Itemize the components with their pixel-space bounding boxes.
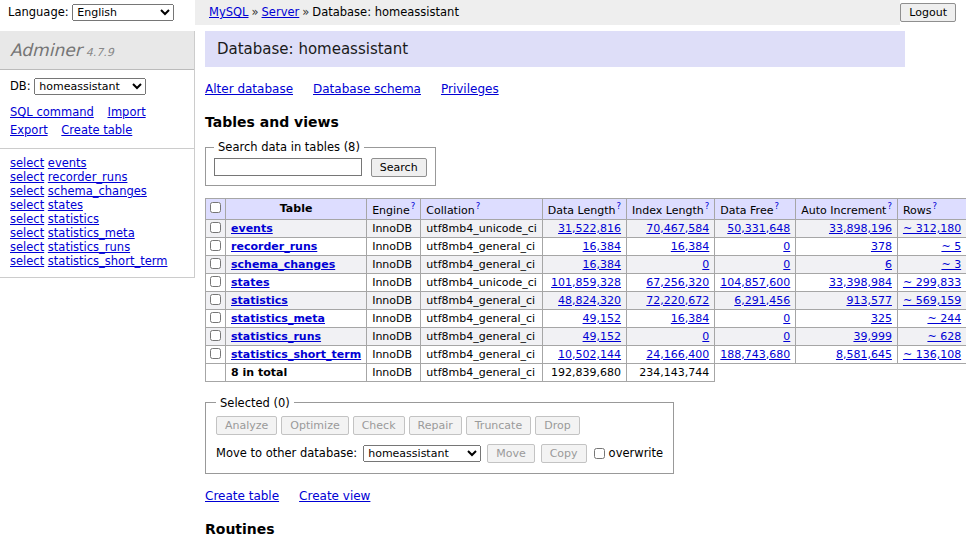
data-length-link[interactable]: 49,152	[583, 330, 622, 343]
sidebar-table-link-statistics-runs[interactable]: statistics_runs	[48, 240, 130, 254]
rows-link[interactable]: ~ 312,180	[903, 222, 961, 235]
help-link[interactable]: ?	[774, 201, 779, 211]
create-table-link[interactable]: Create table	[205, 489, 279, 503]
rows-link[interactable]: ~ 3	[941, 258, 961, 271]
row-checkbox[interactable]	[210, 330, 221, 341]
db-select[interactable]: homeassistant	[34, 78, 146, 95]
rows-link[interactable]: ~ 299,833	[903, 276, 961, 289]
row-checkbox[interactable]	[210, 276, 221, 287]
optimize-button[interactable]: Optimize	[281, 416, 348, 435]
index-length-link[interactable]: 67,256,320	[646, 276, 709, 289]
table-name-link-statistics-runs[interactable]: statistics_runs	[231, 330, 321, 343]
index-length-link[interactable]: 16,384	[671, 240, 710, 253]
data-free-link[interactable]: 6,291,456	[734, 294, 790, 307]
data-length-link[interactable]: 16,384	[583, 258, 622, 271]
repair-button[interactable]: Repair	[409, 416, 462, 435]
row-checkbox[interactable]	[210, 348, 221, 359]
rows-link[interactable]: ~ 136,108	[903, 348, 961, 361]
breadcrumb-server-link[interactable]: Server	[262, 5, 300, 19]
data-free-link[interactable]: 0	[783, 258, 790, 271]
data-length-link[interactable]: 48,824,320	[558, 294, 621, 307]
privileges-link[interactable]: Privileges	[441, 82, 499, 96]
data-length-link[interactable]: 16,384	[583, 240, 622, 253]
logout-button[interactable]: Logout	[900, 3, 956, 22]
data-length-link[interactable]: 10,502,144	[558, 348, 621, 361]
export-link[interactable]: Export	[10, 123, 48, 137]
help-link[interactable]: ?	[887, 201, 892, 211]
move-button[interactable]: Move	[487, 444, 535, 463]
language-select[interactable]: English	[72, 4, 174, 21]
sidebar-select-link[interactable]: select	[10, 240, 44, 254]
table-name-link-statistics[interactable]: statistics	[231, 294, 288, 307]
sidebar-select-link[interactable]: select	[10, 184, 44, 198]
app-name-link[interactable]: Adminer	[10, 40, 82, 60]
auto-increment-link[interactable]: 6	[885, 258, 892, 271]
auto-increment-link[interactable]: 33,898,196	[829, 222, 892, 235]
row-checkbox[interactable]	[210, 258, 221, 269]
help-link[interactable]: ?	[476, 201, 481, 211]
sidebar-select-link[interactable]: select	[10, 156, 44, 170]
overwrite-checkbox[interactable]	[594, 448, 605, 459]
sidebar-select-link[interactable]: select	[10, 226, 44, 240]
auto-increment-link[interactable]: 913,577	[846, 294, 892, 307]
data-free-link[interactable]: 188,743,680	[720, 348, 790, 361]
auto-increment-link[interactable]: 33,398,984	[829, 276, 892, 289]
search-input[interactable]	[214, 158, 362, 176]
help-link[interactable]: ?	[411, 201, 416, 211]
sidebar-table-link-recorder-runs[interactable]: recorder_runs	[48, 170, 128, 184]
index-length-link[interactable]: 0	[702, 330, 709, 343]
sidebar-select-link[interactable]: select	[10, 170, 44, 184]
rows-link[interactable]: ~ 569,159	[903, 294, 961, 307]
sidebar-table-link-states[interactable]: states	[48, 198, 83, 212]
table-name-link-statistics-meta[interactable]: statistics_meta	[231, 312, 325, 325]
index-length-link[interactable]: 0	[702, 258, 709, 271]
sidebar-select-link[interactable]: select	[10, 254, 44, 268]
data-length-link[interactable]: 31,522,816	[558, 222, 621, 235]
index-length-link[interactable]: 72,220,672	[646, 294, 709, 307]
index-length-link[interactable]: 24,166,400	[646, 348, 709, 361]
help-link[interactable]: ?	[933, 201, 938, 211]
sidebar-table-link-statistics-meta[interactable]: statistics_meta	[48, 226, 135, 240]
truncate-button[interactable]: Truncate	[466, 416, 531, 435]
rows-link[interactable]: ~ 5	[941, 240, 961, 253]
check-button[interactable]: Check	[353, 416, 405, 435]
data-free-link[interactable]: 104,857,600	[720, 276, 790, 289]
table-name-link-events[interactable]: events	[231, 222, 273, 235]
index-length-link[interactable]: 16,384	[671, 312, 710, 325]
sidebar-table-link-statistics[interactable]: statistics	[48, 212, 99, 226]
move-db-select[interactable]: homeassistant	[363, 445, 481, 462]
table-name-link-statistics-short-term[interactable]: statistics_short_term	[231, 348, 361, 361]
auto-increment-link[interactable]: 378	[871, 240, 892, 253]
sidebar-select-link[interactable]: select	[10, 212, 44, 226]
auto-increment-link[interactable]: 325	[871, 312, 892, 325]
rows-link[interactable]: ~ 628	[927, 330, 961, 343]
auto-increment-link[interactable]: 8,581,645	[836, 348, 892, 361]
sidebar-select-link[interactable]: select	[10, 198, 44, 212]
alter-database-link[interactable]: Alter database	[205, 82, 293, 96]
data-length-link[interactable]: 101,859,328	[551, 276, 621, 289]
copy-button[interactable]: Copy	[541, 444, 587, 463]
sql-command-link[interactable]: SQL command	[10, 105, 94, 119]
row-checkbox[interactable]	[210, 294, 221, 305]
help-link[interactable]: ?	[617, 201, 622, 211]
database-schema-link[interactable]: Database schema	[313, 82, 421, 96]
rows-link[interactable]: ~ 244	[927, 312, 961, 325]
create-view-link[interactable]: Create view	[299, 489, 370, 503]
analyze-button[interactable]: Analyze	[216, 416, 277, 435]
data-length-link[interactable]: 49,152	[583, 312, 622, 325]
auto-increment-link[interactable]: 39,999	[853, 330, 892, 343]
data-free-link[interactable]: 50,331,648	[727, 222, 790, 235]
table-name-link-schema-changes[interactable]: schema_changes	[231, 258, 335, 271]
data-free-link[interactable]: 0	[783, 312, 790, 325]
row-checkbox[interactable]	[210, 240, 221, 251]
data-free-link[interactable]: 0	[783, 330, 790, 343]
data-free-link[interactable]: 0	[783, 240, 790, 253]
drop-button[interactable]: Drop	[535, 416, 579, 435]
row-checkbox[interactable]	[210, 222, 221, 233]
sidebar-table-link-events[interactable]: events	[48, 156, 87, 170]
index-length-link[interactable]: 70,467,584	[646, 222, 709, 235]
sidebar-table-link-statistics-short-term[interactable]: statistics_short_term	[48, 254, 168, 268]
sidebar-table-link-schema-changes[interactable]: schema_changes	[48, 184, 147, 198]
table-name-link-states[interactable]: states	[231, 276, 270, 289]
help-link[interactable]: ?	[705, 201, 710, 211]
